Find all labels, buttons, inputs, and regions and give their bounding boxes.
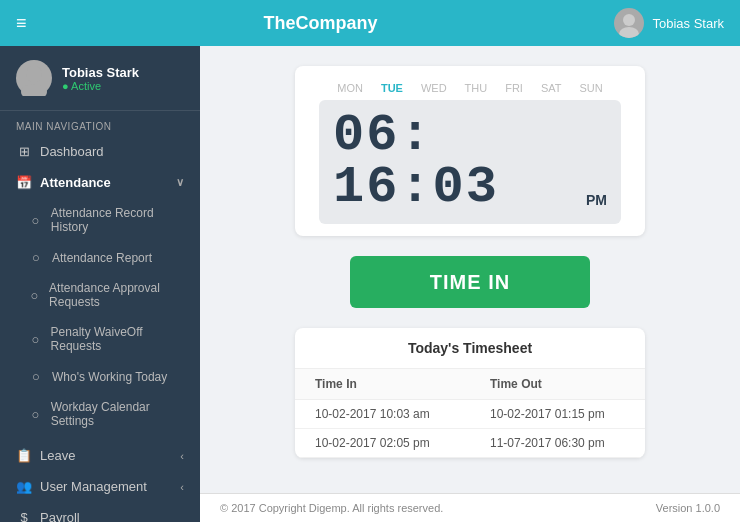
sidebar-item-user-management[interactable]: 👥 User Management ‹ <box>0 471 200 502</box>
main-content: MON TUE WED THU FRI SAT SUN 06: 16:03 PM… <box>200 46 740 493</box>
sidebar-item-attendance-report[interactable]: ○ Attendance Report <box>0 242 200 273</box>
sidebar-item-attendance[interactable]: 📅 Attendance ∨ <box>0 167 200 198</box>
sidebar-label-leave: Leave <box>40 448 75 463</box>
attendance-icon: 📅 <box>16 175 32 190</box>
clock-day-tue: TUE <box>381 82 403 94</box>
user-management-chevron-icon: ‹ <box>180 481 184 493</box>
clock-time: 06: 16:03 <box>333 110 580 214</box>
sub-circle-icon3: ○ <box>28 288 41 303</box>
sidebar: Tobias Stark Active MAIN NAVIGATION ⊞ Da… <box>0 46 200 522</box>
sidebar-username: Tobias Stark <box>62 65 139 80</box>
timesheet-table: Time In Time Out 10-02-2017 10:03 am 10-… <box>295 369 645 458</box>
hamburger-icon[interactable]: ≡ <box>16 13 27 34</box>
sidebar-item-workday-calendar[interactable]: ○ Workday Calendar Settings <box>0 392 200 436</box>
clock-day-sun: SUN <box>580 82 603 94</box>
sidebar-label-workday-calendar: Workday Calendar Settings <box>51 400 184 428</box>
sidebar-section-label: MAIN NAVIGATION <box>0 111 200 136</box>
dashboard-icon: ⊞ <box>16 144 32 159</box>
sidebar-label-attendance-report: Attendance Report <box>52 251 152 265</box>
footer-copyright: © 2017 Copyright Digemp. All rights rese… <box>220 502 443 514</box>
timesheet-title: Today's Timesheet <box>295 328 645 369</box>
sidebar-user-profile: Tobias Stark Active <box>0 46 200 111</box>
user-management-icon: 👥 <box>16 479 32 494</box>
page-footer: © 2017 Copyright Digemp. All rights rese… <box>200 493 740 522</box>
clock-ampm: PM <box>586 192 607 208</box>
svg-point-1 <box>619 27 639 38</box>
sidebar-label-attendance-record-history: Attendance Record History <box>51 206 184 234</box>
sidebar-user-status: Active <box>62 80 139 92</box>
timesheet-widget: Today's Timesheet Time In Time Out 10-02… <box>295 328 645 458</box>
timesheet-cell-time-out: 10-02-2017 01:15 pm <box>470 400 645 429</box>
clock-day-thu: THU <box>465 82 488 94</box>
table-row: 10-02-2017 02:05 pm 11-07-2017 06:30 pm <box>295 429 645 458</box>
sidebar-label-whos-working: Who's Working Today <box>52 370 167 384</box>
sidebar-item-payroll[interactable]: $ Payroll <box>0 502 200 522</box>
footer-version: Version 1.0.0 <box>656 502 720 514</box>
sidebar-item-leave[interactable]: 📋 Leave ‹ <box>0 440 200 471</box>
sidebar-label-payroll: Payroll <box>40 510 80 522</box>
svg-point-0 <box>623 14 635 26</box>
header-user-info: Tobias Stark <box>614 8 724 38</box>
table-row: 10-02-2017 10:03 am 10-02-2017 01:15 pm <box>295 400 645 429</box>
sub-circle-icon: ○ <box>28 213 43 228</box>
clock-day-wed: WED <box>421 82 447 94</box>
clock-day-mon: MON <box>337 82 363 94</box>
main-layout: Tobias Stark Active MAIN NAVIGATION ⊞ Da… <box>0 46 740 522</box>
sidebar-label-user-management: User Management <box>40 479 147 494</box>
sidebar-item-dashboard[interactable]: ⊞ Dashboard <box>0 136 200 167</box>
timesheet-header-time-in: Time In <box>295 369 470 400</box>
sidebar-label-attendance: Attendance <box>40 175 111 190</box>
sidebar-label-dashboard: Dashboard <box>40 144 104 159</box>
sidebar-label-penalty-waiveoff: Penalty WaiveOff Requests <box>51 325 184 353</box>
attendance-chevron-icon: ∨ <box>176 176 184 189</box>
sub-circle-icon4: ○ <box>28 332 43 347</box>
top-header: ≡ TheCompany Tobias Stark <box>0 0 740 46</box>
sub-circle-icon2: ○ <box>28 250 44 265</box>
timesheet-cell-time-in: 10-02-2017 10:03 am <box>295 400 470 429</box>
clock-display: 06: 16:03 PM <box>319 100 621 224</box>
sidebar-label-attendance-approval: Attendance Approval Requests <box>49 281 184 309</box>
sidebar-item-whos-working[interactable]: ○ Who's Working Today <box>0 361 200 392</box>
sidebar-item-attendance-record-history[interactable]: ○ Attendance Record History <box>0 198 200 242</box>
timesheet-header-time-out: Time Out <box>470 369 645 400</box>
timesheet-cell-time-in: 10-02-2017 02:05 pm <box>295 429 470 458</box>
time-in-button[interactable]: TIME IN <box>350 256 590 308</box>
timesheet-cell-time-out: 11-07-2017 06:30 pm <box>470 429 645 458</box>
header-avatar <box>614 8 644 38</box>
clock-days-row: MON TUE WED THU FRI SAT SUN <box>319 82 621 94</box>
leave-icon: 📋 <box>16 448 32 463</box>
clock-day-sat: SAT <box>541 82 562 94</box>
brand-name: TheCompany <box>263 13 377 34</box>
payroll-icon: $ <box>16 510 32 522</box>
svg-point-2 <box>26 66 42 82</box>
sidebar-item-penalty-waiveoff[interactable]: ○ Penalty WaiveOff Requests <box>0 317 200 361</box>
header-username: Tobias Stark <box>652 16 724 31</box>
clock-widget: MON TUE WED THU FRI SAT SUN 06: 16:03 PM <box>295 66 645 236</box>
sidebar-avatar <box>16 60 52 96</box>
leave-chevron-icon: ‹ <box>180 450 184 462</box>
sub-circle-icon5: ○ <box>28 369 44 384</box>
sidebar-item-attendance-approval[interactable]: ○ Attendance Approval Requests <box>0 273 200 317</box>
clock-day-fri: FRI <box>505 82 523 94</box>
sub-circle-icon6: ○ <box>28 407 43 422</box>
svg-point-3 <box>21 84 47 96</box>
